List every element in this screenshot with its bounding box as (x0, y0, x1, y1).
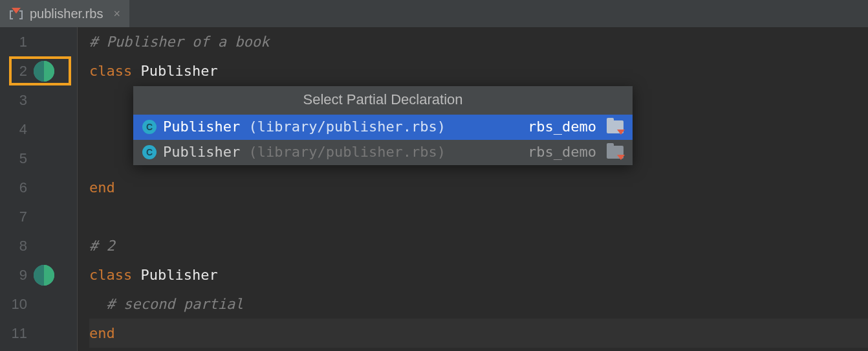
class-icon: C (142, 120, 157, 134)
gutter-row: 3 (0, 85, 77, 115)
partial-declaration-marker-icon[interactable] (34, 265, 54, 286)
ruby-file-icon (9, 6, 23, 21)
editor-tab[interactable]: publisher.rbs × (0, 0, 129, 27)
code-line[interactable] (89, 202, 868, 231)
gutter-row: 2 (0, 56, 77, 85)
popup-item[interactable]: CPublisher (library/publisher.rbs)rbs_de… (133, 115, 633, 140)
class-icon: C (142, 145, 157, 159)
code-line[interactable]: end (89, 319, 868, 348)
line-number: 10 (10, 296, 27, 313)
code-line[interactable]: class Publisher (89, 260, 868, 289)
code-line[interactable]: end (89, 173, 868, 202)
line-number: 7 (10, 209, 27, 225)
gutter-row: 8 (0, 231, 77, 260)
popup-item-module: rbs_demo (528, 144, 596, 160)
code-line[interactable]: # 2 (89, 231, 868, 260)
tab-filename: publisher.rbs (30, 6, 103, 21)
module-folder-icon (607, 120, 624, 133)
gutter-row: 6 (0, 173, 77, 202)
line-number: 6 (10, 179, 27, 196)
popup-item-module: rbs_demo (528, 119, 596, 135)
line-number: 1 (10, 34, 27, 51)
partial-declaration-marker-icon[interactable] (34, 61, 54, 82)
line-number: 9 (10, 267, 27, 284)
popup-title: Select Partial Declaration (133, 86, 633, 115)
line-number: 8 (10, 238, 27, 255)
line-number: 2 (10, 63, 27, 80)
popup-item-label: Publisher (library/publisher.rbs) (163, 144, 521, 160)
popup-item[interactable]: CPublisher (library/publisher.rbs)rbs_de… (133, 140, 633, 165)
line-number: 3 (10, 92, 27, 109)
editor: 1234567891011 Select Partial Declaration… (0, 27, 868, 351)
code-area[interactable]: Select Partial Declaration CPublisher (l… (78, 27, 868, 351)
popup-item-label: Publisher (library/publisher.rbs) (163, 119, 521, 135)
gutter-row: 9 (0, 260, 77, 289)
close-icon[interactable]: × (113, 7, 120, 21)
module-folder-icon (607, 146, 624, 159)
code-line[interactable]: # second partial (89, 289, 868, 319)
gutter-row: 10 (0, 289, 77, 319)
tab-bar: publisher.rbs × (0, 0, 868, 27)
code-line[interactable]: # Publisher of a book (89, 27, 868, 56)
gutter-row: 1 (0, 27, 77, 56)
line-number: 4 (10, 121, 27, 138)
code-line[interactable]: class Publisher (89, 56, 868, 85)
gutter-row: 4 (0, 115, 77, 144)
line-number: 11 (10, 325, 27, 342)
gutter: 1234567891011 (0, 27, 78, 351)
partial-declaration-popup: Select Partial Declaration CPublisher (l… (133, 86, 633, 165)
line-number: 5 (10, 150, 27, 167)
gutter-row: 11 (0, 319, 77, 348)
gutter-row: 7 (0, 202, 77, 231)
gutter-row: 5 (0, 144, 77, 173)
